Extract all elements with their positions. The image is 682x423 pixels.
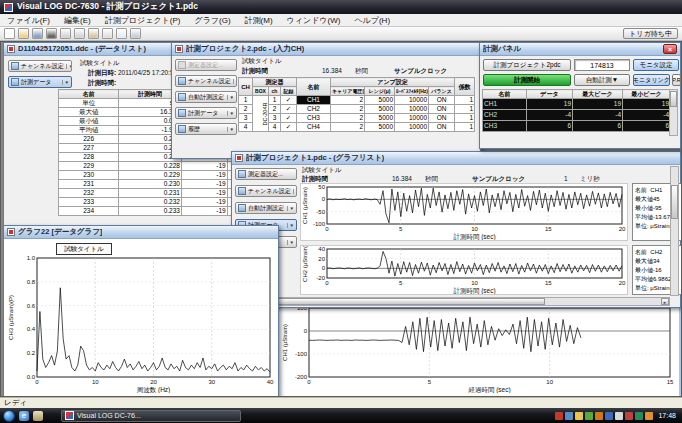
graph-list-window[interactable]: 計測プロジェクト1.pdc - (グラフリスト) 測定器設定...チャンネル設定… <box>231 151 681 308</box>
table-row[interactable]: CH2-4-4-4 <box>483 110 671 121</box>
app-titlebar[interactable]: Visual LOG DC-7630 - 計測プロジェクト1.pdc <box>0 0 682 14</box>
svg-text:0.6: 0.6 <box>27 303 36 309</box>
svg-text:0.8: 0.8 <box>27 279 36 285</box>
graph-list-hscrollbar[interactable]: ◄ ► <box>234 297 670 306</box>
panel-vscrollbar[interactable] <box>669 89 678 136</box>
system-tray: 17:48 <box>555 412 679 420</box>
data-graph-titlebar[interactable]: グラフ22 [データグラフ] <box>4 226 278 239</box>
table-cell: CH1 <box>483 99 527 110</box>
svg-text:CH3 (μStrain)(P): CH3 (μStrain)(P) <box>8 295 14 340</box>
table-cell: ✓ <box>281 105 297 114</box>
monitoring-button[interactable]: モニタリング <box>633 74 670 86</box>
folder-icon[interactable] <box>33 411 43 421</box>
table-row[interactable]: 33✓CH32500010000ON1 <box>239 114 475 123</box>
table-cell: 0.228 <box>119 162 182 171</box>
mdi-workspace: D110425172051.ddc - (データリスト) チャンネル設定▼計測デ… <box>0 41 682 397</box>
save-file-icon[interactable] <box>32 28 43 39</box>
table-row[interactable]: 22✓CH22500010000ON1 <box>239 105 475 114</box>
table-cell: ✓ <box>281 123 297 132</box>
tray-security-icon[interactable] <box>625 412 633 420</box>
menu-item-2[interactable]: 計測プロジェクト(P) <box>98 14 188 27</box>
monitor-settings-button[interactable]: モニタ設定 <box>633 59 679 71</box>
menu-item-4[interactable]: 計測(M) <box>238 14 280 27</box>
table-row[interactable]: 1DC-204R1✓CH12500010000ON1 <box>239 96 475 105</box>
table-row[interactable]: 44✓CH42500010000ON1 <box>239 123 475 132</box>
measure-data-button[interactable]: 計測データ▼ <box>8 76 72 88</box>
button-label: 測定器設定... <box>248 170 283 179</box>
graph-list-titlebar[interactable]: 計測プロジェクト1.pdc - (グラフリスト) <box>232 152 680 165</box>
start-button-icon[interactable] <box>3 410 15 422</box>
menu-item-5[interactable]: ウィンドウ(W) <box>280 14 348 27</box>
window-layout-icon[interactable] <box>116 28 127 39</box>
tray-audio-icon[interactable] <box>585 412 593 420</box>
table-cell: 19 <box>573 99 623 110</box>
channel-settings-button[interactable]: チャンネル設定▼ <box>235 185 297 197</box>
chevron-down-icon[interactable]: ▼ <box>287 206 294 211</box>
measuring-device-settings-button[interactable]: 測定器設定... <box>175 59 237 71</box>
chevron-down-icon[interactable]: ▼ <box>227 95 234 100</box>
auto-measure-settings-button[interactable]: 自動計測設定▼ <box>175 91 237 103</box>
tray-power-icon[interactable] <box>635 412 643 420</box>
project-button[interactable]: 計測プロジェクト2pdc <box>483 59 571 71</box>
graph-list-vscrollbar[interactable] <box>670 166 679 296</box>
measure-icon[interactable] <box>46 28 57 39</box>
auto-measure-button[interactable]: 自動計測▼ <box>574 74 630 86</box>
chevron-down-icon[interactable]: ▼ <box>66 64 72 69</box>
auto-measure-settings-button[interactable]: 自動計測設定▼ <box>235 202 297 214</box>
tray-antivirus-icon[interactable] <box>555 412 563 420</box>
trigger-status-button[interactable]: トリガ待ち中 <box>623 28 678 39</box>
cut-icon[interactable] <box>60 28 71 39</box>
tray-display-icon[interactable] <box>645 412 653 420</box>
chevron-down-icon[interactable]: ▼ <box>233 79 237 84</box>
data-graph-window[interactable]: グラフ22 [データグラフ] 試験タイトル 1.00.80.60.40.20.0… <box>3 225 279 397</box>
input-ch-window[interactable]: 計測プロジェクト2.pdc - (入力CH) 測定器設定...チャンネル設定▼自… <box>171 42 481 159</box>
measuring-device-settings-button[interactable]: 測定器設定... <box>235 168 297 180</box>
chevron-down-icon[interactable]: ▼ <box>62 80 69 85</box>
chevron-down-icon[interactable]: ▼ <box>293 189 297 194</box>
close-icon[interactable]: × <box>663 44 677 54</box>
tray-update-icon[interactable] <box>575 412 583 420</box>
input-ch-sidebar: 測定器設定...チャンネル設定▼自動計測設定▼計測データ▼履歴▼ <box>175 59 237 135</box>
copy-icon[interactable] <box>74 28 85 39</box>
table-cell: 1 <box>455 123 475 132</box>
menu-item-1[interactable]: 編集(E) <box>57 14 98 27</box>
table-row[interactable]: CH3666 <box>483 121 671 132</box>
save-layout-icon[interactable] <box>130 28 141 39</box>
chevron-down-icon[interactable]: ▼ <box>227 127 234 132</box>
measure-panel-titlebar[interactable]: 計測パネル × <box>480 43 680 56</box>
measure-panel-window[interactable]: 計測パネル × 計測プロジェクト2pdc 174813 モニタ設定 計測開始 自… <box>479 42 681 149</box>
tray-messenger-icon[interactable] <box>595 412 603 420</box>
pr-button[interactable]: P.R <box>672 74 681 86</box>
svg-text:10: 10 <box>471 280 478 286</box>
open-file-icon[interactable] <box>18 28 29 39</box>
chevron-down-icon[interactable]: ▼ <box>287 240 294 245</box>
monitor-window[interactable]: 1000-100-200051015経過時間 (sec)CH1 (μStrain… <box>273 299 681 397</box>
table-cell: 226 <box>59 135 119 144</box>
input-ch-titlebar[interactable]: 計測プロジェクト2.pdc - (入力CH) <box>172 43 480 56</box>
table-cell: 最大値 <box>59 108 119 117</box>
menu-item-3[interactable]: グラフ(G) <box>187 14 237 27</box>
menu-item-6[interactable]: ヘルプ(H) <box>347 14 397 27</box>
table-cell: 19 <box>527 99 573 110</box>
tray-help-icon[interactable] <box>605 412 613 420</box>
channel-settings-button[interactable]: チャンネル設定▼ <box>8 60 72 72</box>
tray-network-icon[interactable] <box>565 412 573 420</box>
print-icon[interactable] <box>102 28 113 39</box>
history-button[interactable]: 履歴▼ <box>175 123 237 135</box>
measure-data-icon <box>178 109 186 117</box>
menu-item-0[interactable]: ファイル(F) <box>0 14 57 27</box>
browser-icon[interactable]: e <box>19 411 29 421</box>
chevron-down-icon[interactable]: ▼ <box>227 111 234 116</box>
paste-icon[interactable] <box>88 28 99 39</box>
chevron-down-icon[interactable]: ▼ <box>287 223 294 228</box>
table-row[interactable]: CH1191919 <box>483 99 671 110</box>
new-file-icon[interactable] <box>4 28 15 39</box>
measure-data-button[interactable]: 計測データ▼ <box>175 107 237 119</box>
svg-text:5: 5 <box>428 379 432 385</box>
tray-ime-icon[interactable] <box>615 412 623 420</box>
taskbar-app-button[interactable]: Visual LOG DC-76... <box>61 410 241 422</box>
measure-start-button[interactable]: 計測開始 <box>483 74 571 86</box>
table-cell: -19 <box>181 189 227 198</box>
channel-settings-button[interactable]: チャンネル設定▼ <box>175 75 237 87</box>
spectrum-chart: 1.00.80.60.40.20.0010203040周波数 (Hz)CH3 (… <box>7 255 275 393</box>
